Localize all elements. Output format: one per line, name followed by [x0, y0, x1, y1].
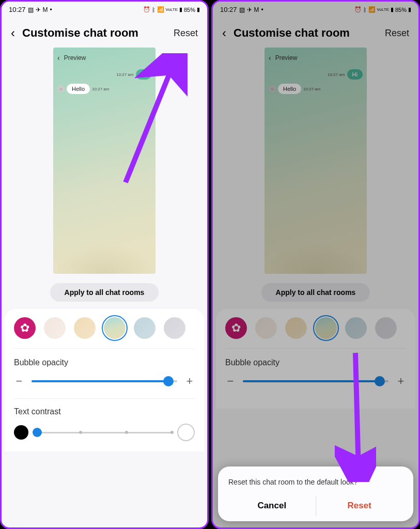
contrast-white-icon	[177, 424, 195, 441]
phone-screen-right: 10:27 ▧ ✈ M • ⏰ ᛒ 📶 VoLTE ▮ 85% ▮ ‹ Cust…	[211, 0, 420, 529]
swatch-2[interactable]	[74, 317, 96, 339]
status-bar: 10:27 ▧ ✈ M • ⏰ ᛒ 📶 VoLTE ▮ 85% ▮	[213, 2, 418, 15]
dialog-reset-button[interactable]: Reset	[316, 495, 403, 516]
gallery-icon: ▧	[239, 6, 245, 13]
page-title: Customise chat room	[234, 26, 378, 40]
swatch-custom[interactable]: ✿	[225, 317, 247, 339]
plus-icon[interactable]: +	[396, 375, 406, 388]
apply-all-button[interactable]: Apply to all chat rooms	[50, 283, 159, 302]
signal-icon: ▮	[391, 6, 394, 13]
volte-icon: VoLTE	[166, 7, 178, 12]
bottom-panel: ✿ Bubble opacity − + Text contrast	[5, 309, 204, 452]
chat-preview: ‹ Preview 10:27 am Hi ☺ Hello 10:27 am	[265, 48, 367, 274]
slider-track[interactable]	[243, 380, 388, 382]
telegram-icon: ✈	[36, 6, 41, 13]
status-bar: 10:27 ▧ ✈ M • ⏰ ᛒ 📶 VoLTE ▮ 85% ▮	[2, 2, 207, 15]
back-icon[interactable]: ‹	[11, 26, 15, 40]
alarm-icon: ⏰	[143, 6, 150, 13]
contrast-slider[interactable]	[14, 424, 195, 441]
more-icon: •	[261, 6, 263, 13]
reset-button[interactable]: Reset	[174, 28, 198, 39]
swatch-1[interactable]	[44, 317, 66, 339]
chat-preview: ‹ Preview 10:27 am Hi ☺ Hello 10:27 am	[53, 48, 155, 274]
slider-track[interactable]	[32, 380, 177, 382]
signal-icon: ▮	[179, 6, 182, 13]
plus-icon[interactable]: +	[184, 375, 195, 388]
opacity-label: Bubble opacity	[225, 358, 406, 367]
page-title: Customise chat room	[22, 26, 166, 40]
avatar-icon: ☺	[269, 85, 276, 92]
preview-back-icon: ‹	[269, 54, 271, 62]
reset-button[interactable]: Reset	[385, 28, 409, 39]
dialog-cancel-button[interactable]: Cancel	[228, 495, 316, 516]
more-icon: •	[50, 6, 52, 13]
dialog-message: Reset this chat room to the default look…	[228, 478, 403, 486]
swatch-4[interactable]	[345, 317, 367, 339]
bluetooth-icon: ᛒ	[152, 7, 155, 13]
msg-time: 10:27 am	[116, 72, 133, 77]
swatch-custom[interactable]: ✿	[14, 317, 36, 339]
back-icon[interactable]: ‹	[222, 26, 226, 40]
msg-bubble-sent: Hi	[347, 69, 363, 80]
wifi-icon: 📶	[368, 6, 376, 13]
gmail-icon: M	[254, 6, 259, 13]
swatch-2[interactable]	[285, 317, 307, 339]
opacity-slider[interactable]: − +	[14, 375, 195, 388]
gmail-icon: M	[43, 6, 48, 13]
swatch-1[interactable]	[255, 317, 277, 339]
color-swatches: ✿	[225, 317, 406, 349]
msg-bubble-received: Hello	[278, 84, 301, 94]
swatch-5[interactable]	[375, 317, 397, 339]
battery-text: 85%	[395, 7, 407, 13]
header: ‹ Customise chat room Reset	[2, 15, 207, 48]
msg-bubble-sent: Hi	[136, 69, 151, 80]
msg-time: 10:27 am	[303, 87, 320, 91]
bottom-panel: ✿ Bubble opacity − +	[216, 309, 415, 409]
swatch-4[interactable]	[134, 317, 155, 339]
color-swatches: ✿	[14, 317, 195, 349]
gallery-icon: ▧	[28, 6, 34, 13]
contrast-thumb[interactable]	[33, 428, 42, 437]
minus-icon[interactable]: −	[225, 375, 236, 388]
msg-bubble-received: Hello	[67, 84, 90, 94]
status-time: 10:27	[9, 6, 26, 13]
battery-text: 85%	[184, 7, 195, 13]
swatch-5[interactable]	[164, 317, 185, 339]
bluetooth-icon: ᛒ	[363, 7, 367, 13]
battery-icon: ▮	[197, 6, 200, 13]
opacity-slider[interactable]: − +	[225, 375, 406, 388]
reset-dialog: Reset this chat room to the default look…	[218, 466, 413, 521]
header: ‹ Customise chat room Reset	[213, 15, 418, 48]
msg-time: 10:27 am	[328, 72, 345, 77]
swatch-3[interactable]	[315, 317, 337, 339]
minus-icon[interactable]: −	[14, 375, 24, 388]
preview-label: Preview	[275, 54, 298, 61]
phone-screen-left: 10:27 ▧ ✈ M • ⏰ ᛒ 📶 VoLTE ▮ 85% ▮ ‹ Cust…	[0, 0, 209, 529]
contrast-black-icon	[14, 425, 28, 440]
avatar-icon: ☺	[57, 85, 65, 92]
preview-label: Preview	[64, 54, 86, 61]
wifi-icon: 📶	[157, 6, 164, 13]
preview-back-icon: ‹	[57, 54, 60, 62]
telegram-icon: ✈	[247, 6, 252, 13]
msg-time: 10:27 am	[92, 87, 109, 91]
apply-all-button[interactable]: Apply to all chat rooms	[261, 283, 370, 302]
opacity-label: Bubble opacity	[14, 358, 195, 367]
alarm-icon: ⏰	[354, 6, 362, 13]
contrast-label: Text contrast	[14, 407, 195, 416]
swatch-3[interactable]	[104, 317, 126, 339]
status-time: 10:27	[220, 6, 237, 13]
battery-icon: ▮	[408, 6, 411, 13]
volte-icon: VoLTE	[377, 7, 389, 12]
